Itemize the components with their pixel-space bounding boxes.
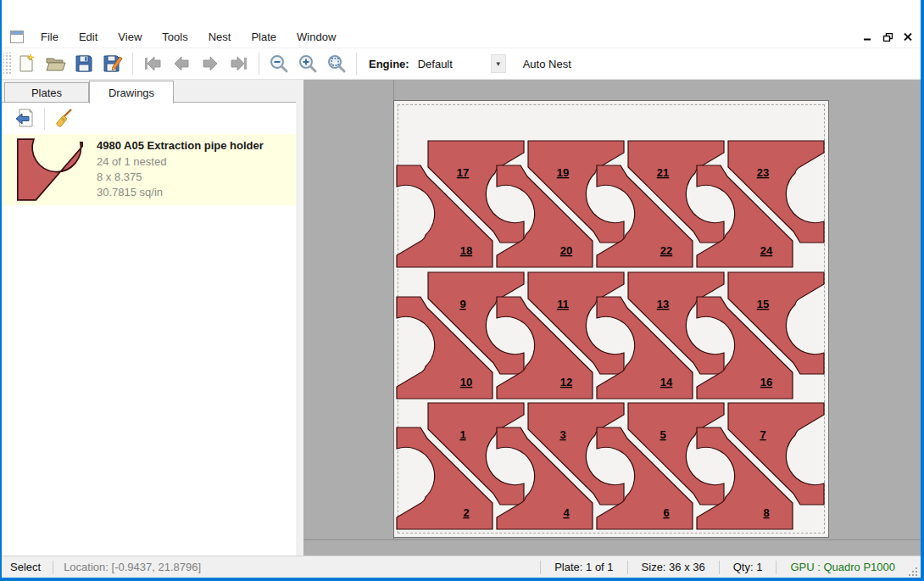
part-number-19: 19 — [557, 166, 569, 179]
drawing-nested-count: 24 of 1 nested — [97, 154, 264, 170]
toolbar-separator — [259, 53, 259, 75]
menu-tools[interactable]: Tools — [152, 26, 198, 47]
mdi-close-button[interactable] — [900, 30, 916, 45]
part-number-11: 11 — [557, 298, 569, 310]
engine-value: Default — [418, 58, 491, 70]
new-file-icon — [16, 53, 36, 74]
part-number-5: 5 — [660, 428, 665, 441]
auto-nest-button[interactable]: Auto Nest — [516, 53, 578, 75]
nest-canvas[interactable]: 171819202122232491011121314151612345678 — [303, 80, 921, 556]
part-number-8: 8 — [763, 506, 769, 519]
menu-file[interactable]: File — [31, 26, 69, 47]
part-number-6: 6 — [663, 506, 669, 519]
zoom-in-button[interactable] — [293, 50, 322, 77]
zoom-out-icon — [269, 53, 289, 74]
mdi-restore-button[interactable] — [880, 30, 895, 45]
part-number-9: 9 — [459, 298, 465, 310]
app-window: OpenNest - [N0317-002] FileEditViewTools… — [0, 0, 924, 581]
next-plate-button[interactable] — [196, 50, 225, 77]
menu-items: FileEditViewToolsNestPlateWindow — [31, 26, 346, 47]
next-plate-icon — [200, 55, 220, 72]
first-plate-button[interactable] — [138, 50, 167, 77]
plate-origin-axis-horizontal — [303, 539, 921, 540]
left-panel: Plates Drawings — [2, 80, 296, 556]
part-number-24: 24 — [760, 244, 773, 257]
last-plate-icon — [229, 55, 249, 72]
engine-dropdown[interactable]: Default ▼ — [415, 53, 506, 74]
menu-plate[interactable]: Plate — [241, 26, 287, 47]
main-area: Plates Drawings — [2, 80, 921, 556]
clean-broom-icon — [53, 108, 75, 130]
resize-grip[interactable] — [907, 566, 919, 578]
mdi-restore-icon — [883, 33, 893, 42]
part-number-2: 2 — [463, 506, 469, 519]
status-bar: Select Location: [-0.9437, 21.8796] Plat… — [2, 556, 921, 578]
previous-plate-icon — [171, 55, 192, 72]
zoom-fit-button[interactable] — [322, 50, 351, 77]
return-drawing-icon — [14, 108, 36, 130]
zoom-out-button[interactable] — [264, 50, 293, 77]
part-number-23: 23 — [757, 166, 769, 179]
open-button[interactable] — [41, 50, 70, 77]
mdi-minimize-icon — [864, 33, 871, 41]
toolbar-separator — [356, 53, 357, 75]
part-number-14: 14 — [660, 376, 673, 388]
mdi-window-buttons — [860, 25, 916, 48]
zoom-in-icon — [298, 53, 318, 74]
status-plate: Plate: 1 of 1 — [541, 561, 626, 573]
zoom-fit-icon — [326, 53, 347, 74]
part-number-3: 3 — [559, 428, 565, 441]
part-number-18: 18 — [460, 244, 472, 257]
part-number-22: 22 — [660, 244, 672, 257]
return-drawing-button[interactable] — [10, 105, 39, 132]
drawing-area: 30.7815 sq/in — [97, 185, 264, 200]
window-frame: FileEditViewToolsNestPlateWindow — [2, 0, 921, 578]
new-file-button[interactable] — [12, 50, 41, 77]
status-size: Size: 36 x 36 — [628, 561, 719, 573]
drawing-list-item[interactable]: 4980 A05 Extraction pipe holder 24 of 1 … — [2, 134, 296, 205]
menu-nest[interactable]: Nest — [198, 26, 242, 47]
save-button[interactable] — [70, 50, 98, 77]
part-number-1: 1 — [459, 428, 465, 441]
status-qty: Qty: 1 — [720, 561, 776, 573]
save-icon — [74, 53, 94, 74]
menu-view[interactable]: View — [108, 26, 152, 47]
menu-bar: FileEditViewToolsNestPlateWindow — [2, 25, 921, 48]
toolbar-grip[interactable] — [3, 53, 12, 75]
tab-strip: Plates Drawings — [2, 80, 296, 103]
part-thumbnail — [15, 138, 85, 201]
nest-svg: 171819202122232491011121314151612345678 — [394, 101, 830, 539]
status-location: Location: [-0.9437, 21.8796] — [53, 561, 540, 573]
mdi-minimize-button[interactable] — [860, 30, 875, 45]
panel-splitter[interactable] — [296, 80, 303, 556]
part-number-16: 16 — [760, 376, 772, 388]
drawing-item-text: 4980 A05 Extraction pipe holder 24 of 1 … — [97, 139, 264, 200]
status-mode: Select — [2, 561, 53, 573]
first-plate-icon — [142, 55, 163, 72]
part-number-13: 13 — [657, 298, 669, 310]
save-as-icon — [103, 53, 124, 74]
status-gpu: GPU : Quadro P1000 — [776, 561, 907, 573]
menu-window[interactable]: Window — [287, 26, 346, 47]
tab-plates[interactable]: Plates — [4, 82, 89, 103]
part-number-15: 15 — [757, 298, 769, 310]
part-number-17: 17 — [457, 166, 469, 179]
dropdown-arrow-icon: ▼ — [491, 54, 506, 73]
clean-button[interactable] — [50, 105, 79, 132]
part-number-12: 12 — [560, 376, 572, 388]
engine-label: Engine: — [369, 58, 409, 70]
last-plate-button[interactable] — [225, 50, 253, 77]
mdi-child-icon — [10, 31, 24, 43]
tab-drawings[interactable]: Drawings — [89, 81, 174, 103]
drawings-toolbar — [2, 103, 296, 134]
drawing-title: 4980 A05 Extraction pipe holder — [97, 139, 264, 152]
open-folder-icon — [45, 53, 66, 74]
save-as-button[interactable] — [98, 50, 127, 77]
previous-plate-button[interactable] — [167, 50, 196, 77]
plate-sheet[interactable]: 171819202122232491011121314151612345678 — [393, 100, 829, 538]
part-number-10: 10 — [460, 376, 472, 388]
menu-edit[interactable]: Edit — [69, 26, 108, 47]
drawing-size: 8 x 8.375 — [97, 170, 264, 185]
part-number-4: 4 — [563, 506, 570, 519]
part-number-20: 20 — [560, 244, 572, 257]
